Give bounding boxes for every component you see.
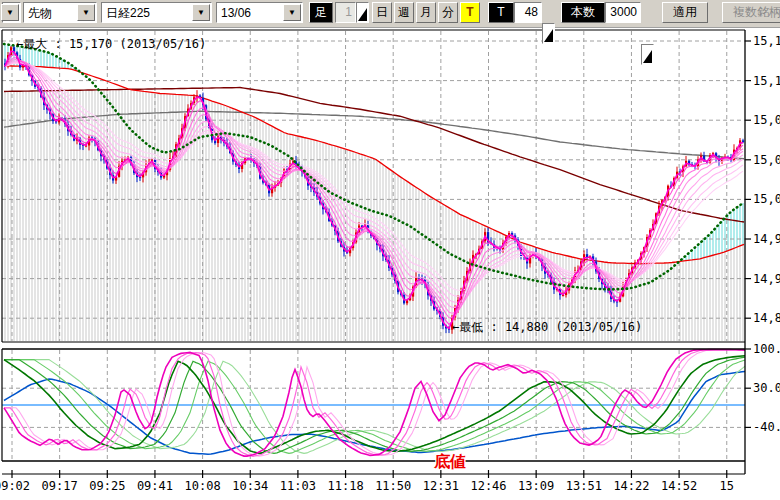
time-axis-label: 10:08 [185, 479, 221, 493]
price-axis-label: 15,095 [753, 113, 780, 127]
time-axis-label: 11:18 [327, 479, 363, 493]
time-axis-label: 09:25 [89, 479, 125, 493]
timeframe-tick-button[interactable]: T [460, 2, 480, 23]
timeframe-week-button[interactable]: 週 [394, 2, 414, 23]
contract-month-value: 13/06 [221, 5, 251, 21]
dropdown-arrow-icon[interactable]: ▼ [192, 4, 210, 21]
tick-size-label: T [488, 2, 514, 23]
hatch-fill-layer [5, 44, 743, 341]
time-axis-label: 13:51 [566, 479, 602, 493]
bar-interval-input[interactable]: 1 [335, 2, 356, 23]
time-axis-label: 14:22 [613, 479, 649, 493]
timeframe-month-button[interactable]: 月 [416, 2, 436, 23]
time-axis-label: 13:09 [518, 479, 554, 493]
bar-count-label: 本数 [561, 2, 605, 23]
instrument-type-select[interactable]: 先物 ▼ [23, 2, 97, 23]
time-axis-label: 12:31 [423, 479, 459, 493]
contract-month-select[interactable]: 13/06 ▼ [216, 2, 303, 23]
dropdown-arrow-icon[interactable]: ▼ [1, 4, 19, 21]
price-axis-label: 15,055 [753, 153, 780, 167]
dropdown-arrow-icon[interactable]: ▼ [283, 4, 301, 21]
tick-size-input[interactable]: 48 [514, 2, 542, 23]
bar-type-button[interactable]: 足 [309, 2, 333, 23]
oscillator-layer [2, 350, 745, 457]
symbol-value: 日経225 [106, 5, 150, 21]
spinner-icon[interactable] [356, 2, 369, 23]
time-axis-label: 15 [720, 479, 734, 493]
chart-application: 15,17515,13515,09515,05515,01514,97514,9… [0, 0, 780, 500]
dropdown-arrow-icon[interactable]: ▼ [77, 4, 95, 21]
timeframe-minute-button[interactable]: 分 [438, 2, 458, 23]
bar-count-input[interactable]: 3000 [605, 2, 641, 23]
chart-canvas[interactable]: 15,17515,13515,09515,05515,01514,97514,9… [0, 0, 780, 500]
instrument-type-value: 先物 [28, 5, 52, 21]
time-axis-label: 12:46 [470, 479, 506, 493]
time-axis-label: 14:52 [661, 479, 697, 493]
price-axis-label: 15,175 [753, 34, 780, 48]
timeframe-day-button[interactable]: 日 [372, 2, 392, 23]
price-axis-label: 14,935 [753, 272, 780, 286]
time-axis-label: 10:34 [232, 479, 268, 493]
time-axis-label: 09:41 [137, 479, 173, 493]
multi-symbol-button[interactable]: 複数銘柄 [722, 2, 780, 23]
time-axis-label: 09:17 [42, 479, 78, 493]
price-axis-label: 15,135 [753, 74, 780, 88]
price-axis-label: 14,975 [753, 232, 780, 246]
oscillator-axis-label: 30.00 [753, 381, 780, 395]
price-axis-label: 14,895 [753, 311, 780, 325]
time-axis-label: 09:02 [0, 479, 30, 493]
session-high-annotation: ←最大 : 15,170 (2013/05/16) [16, 36, 206, 53]
session-low-annotation: ←最低 : 14,880 (2013/05/16) [452, 319, 642, 336]
toolbar: ▼ 先物 ▼ 日経225 ▼ 13/06 ▼ 足 1 日 週 月 分 T T 4… [0, 0, 780, 28]
chart-menu-dropdown[interactable]: ▼ [2, 2, 21, 23]
spinner-icon[interactable] [641, 44, 654, 65]
bottom-price-annotation: 底値 [434, 452, 466, 473]
time-axis-label: 11:03 [280, 479, 316, 493]
apply-button[interactable]: 適用 [662, 2, 708, 23]
oscillator-axis-label: 100.00 [753, 342, 780, 356]
spinner-icon[interactable] [542, 23, 555, 44]
oscillator-axis-label: -40.00 [753, 420, 780, 434]
symbol-select[interactable]: 日経225 ▼ [101, 2, 212, 23]
price-axis-label: 15,015 [753, 192, 780, 206]
time-axis-label: 11:50 [375, 479, 411, 493]
